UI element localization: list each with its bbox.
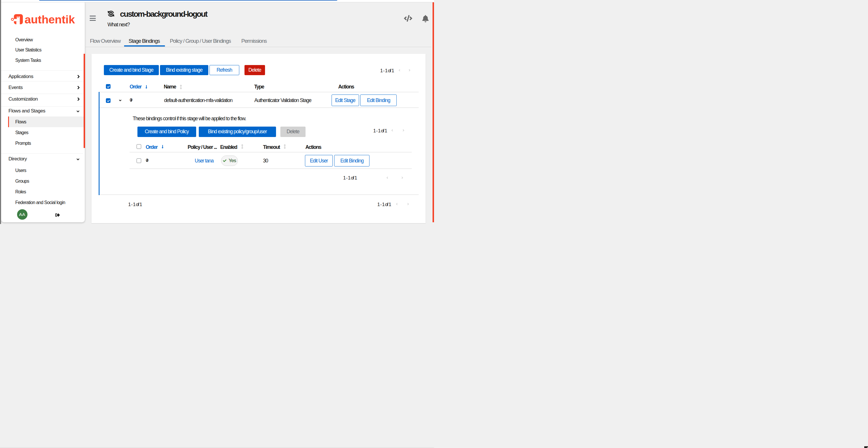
svg-text:authentik: authentik [25, 13, 75, 26]
